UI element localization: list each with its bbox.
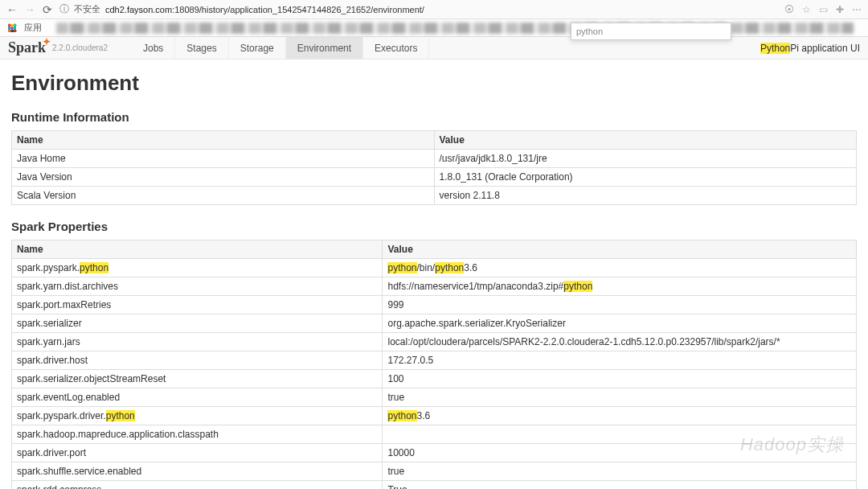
translate-icon[interactable]: ⦿ [784,4,794,15]
cell-value: True [383,481,857,490]
table-row: spark.yarn.dist.archiveshdfs://nameservi… [12,277,857,296]
cell-name: Java Version [12,168,435,187]
col-value: Value [434,131,857,150]
table-row: spark.yarn.jarslocal:/opt/cloudera/parce… [12,333,857,351]
cell-name: spark.pyspark.driver.python [12,407,383,425]
table-row: spark.eventLog.enabledtrue [12,388,857,407]
tab-storage[interactable]: Storage [229,37,286,59]
cell-name: Scala Version [12,187,435,205]
apps-icon[interactable] [6,23,18,34]
cell-name: spark.yarn.jars [12,333,383,351]
forward-icon[interactable]: → [24,4,35,15]
col-name: Name [12,131,435,150]
ext-icon[interactable]: ▭ [819,4,828,15]
cell-value: 1.8.0_131 (Oracle Corporation) [434,168,857,187]
table-row: spark.pyspark.pythonpython/bin/python3.6 [12,259,857,277]
cell-value: org.apache.spark.serializer.KryoSerializ… [383,314,857,333]
table-row: Java Version1.8.0_131 (Oracle Corporatio… [12,168,857,187]
cell-value: 100 [383,370,857,388]
col-value: Value [383,240,857,259]
cell-name: spark.serializer.objectStreamReset [12,370,383,388]
tab-stages[interactable]: Stages [175,37,228,59]
app-title: PythonPi application UI [760,43,860,54]
runtime-table: Name Value Java Home/usr/java/jdk1.8.0_1… [11,130,857,205]
cell-name: spark.driver.host [12,351,383,370]
nav-tabs: JobsStagesStorageEnvironmentExecutors [132,37,429,59]
cell-name: Java Home [12,150,435,168]
table-row: spark.driver.host172.27.0.5 [12,351,857,370]
insecure-label: 不安全 [74,3,100,15]
cell-value: true [383,388,857,407]
col-name: Name [12,240,383,259]
spark-version: 2.2.0.cloudera2 [52,43,108,52]
cell-value: python3.6 [383,407,857,425]
bookmarks-blurred [56,23,854,34]
cell-value: /usr/java/jdk1.8.0_131/jre [434,150,857,168]
cell-name: spark.port.maxRetries [12,296,383,314]
page-title: Environment [11,71,857,96]
table-row: spark.serializer.objectStreamReset100 [12,370,857,388]
cell-name: spark.serializer [12,314,383,333]
table-row: spark.pyspark.driver.pythonpython3.6 [12,407,857,425]
cell-name: spark.driver.port [12,444,383,462]
find-in-page-popup[interactable]: python [571,23,731,40]
reload-icon[interactable]: ⟳ [42,4,53,15]
spark-logo[interactable]: Spark✦ [8,39,46,56]
ext-icon[interactable]: ⋯ [852,4,862,15]
cell-name: spark.rdd.compress [12,481,383,490]
bookmark-bar: 应用 [0,19,868,37]
runtime-section-title: Runtime Information [11,110,857,124]
cell-value: 999 [383,296,857,314]
table-row: spark.hadoop.mapreduce.application.class… [12,425,857,444]
tab-environment[interactable]: Environment [286,37,363,59]
cell-value: version 2.11.8 [434,187,857,205]
table-row: spark.rdd.compressTrue [12,481,857,490]
table-row: spark.shuffle.service.enabledtrue [12,462,857,481]
ext-icon[interactable]: ✚ [836,4,844,15]
cell-name: spark.yarn.dist.archives [12,277,383,296]
table-row: spark.port.maxRetries999 [12,296,857,314]
cell-name: spark.eventLog.enabled [12,388,383,407]
cell-name: spark.hadoop.mapreduce.application.class… [12,425,383,444]
info-icon: ⓘ [59,2,69,16]
cell-value: local:/opt/cloudera/parcels/SPARK2-2.2.0… [383,333,857,351]
tab-jobs[interactable]: Jobs [132,37,175,59]
star-icon[interactable]: ☆ [802,4,811,15]
tab-executors[interactable]: Executors [363,37,429,59]
browser-actions: ⦿ ☆ ▭ ✚ ⋯ [784,4,862,15]
apps-label[interactable]: 应用 [24,22,42,34]
cell-value: 172.27.0.5 [383,351,857,370]
spark-props-table: Name Value spark.pyspark.pythonpython/bi… [11,240,857,489]
cell-value: python/bin/python3.6 [383,259,857,277]
cell-name: spark.pyspark.python [12,259,383,277]
spark-section-title: Spark Properties [11,220,857,233]
table-row: spark.serializerorg.apache.spark.seriali… [12,314,857,333]
cell-value: hdfs://nameservice1/tmp/anaconda3.zip#py… [383,277,857,296]
cell-name: spark.shuffle.service.enabled [12,462,383,481]
spark-star-icon: ✦ [43,36,51,48]
find-input-text[interactable]: python [576,27,603,36]
table-row: spark.driver.port10000 [12,444,857,462]
cell-value: true [383,462,857,481]
back-icon[interactable]: ← [6,4,18,15]
url-text: cdh2.fayson.com:18089/history/applicatio… [105,5,424,14]
table-row: Java Home/usr/java/jdk1.8.0_131/jre [12,150,857,168]
cell-value: 10000 [383,444,857,462]
cell-value [383,425,857,444]
address-bar[interactable]: ⓘ 不安全 cdh2.fayson.com:18089/history/appl… [59,2,778,16]
browser-toolbar: ← → ⟳ ⓘ 不安全 cdh2.fayson.com:18089/histor… [0,0,868,19]
spark-navbar: Spark✦ 2.2.0.cloudera2 JobsStagesStorage… [0,37,868,60]
table-row: Scala Versionversion 2.11.8 [12,187,857,205]
